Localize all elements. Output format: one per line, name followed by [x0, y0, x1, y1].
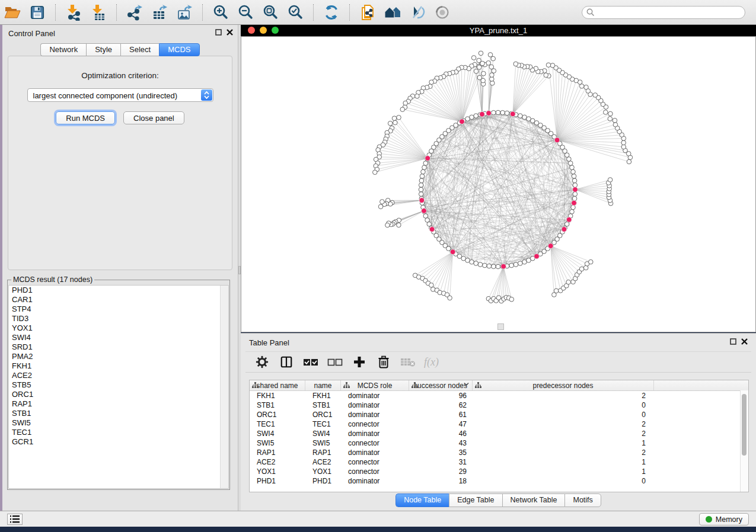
mcds-node-item[interactable]: SWI4 [9, 333, 228, 342]
table-row[interactable]: SWI5SWI5connector431 [250, 438, 748, 448]
mcds-node-item[interactable]: ORC1 [9, 390, 228, 399]
apply-function-button[interactable]: f(x) [424, 356, 439, 368]
column-header-successor-nodes[interactable]: successor nodes [409, 380, 473, 390]
zoom-selected-button[interactable] [285, 3, 305, 22]
search-input[interactable] [582, 6, 745, 19]
tab-motifs[interactable]: Motifs [564, 493, 601, 507]
export-image-button[interactable] [174, 3, 194, 22]
cell-shared-name: FKH1 [250, 391, 305, 400]
tab-edge-table[interactable]: Edge Table [449, 493, 502, 507]
import-table-button[interactable] [88, 3, 109, 22]
cell-shared-name: ORC1 [250, 410, 305, 419]
run-mcds-button[interactable]: Run MCDS [56, 111, 115, 124]
mcds-node-item[interactable]: PMA2 [9, 352, 228, 361]
table-row[interactable]: RAP1RAP1dominator352 [250, 448, 748, 457]
refresh-button[interactable] [321, 3, 342, 22]
table-scrollbar-thumb[interactable] [742, 394, 747, 456]
cell-name: SWI4 [305, 429, 341, 438]
eye-button-disabled[interactable] [432, 3, 452, 22]
task-history-button[interactable] [7, 514, 23, 525]
delete-column-button[interactable] [375, 354, 392, 370]
cell-successor-nodes: 29 [409, 467, 473, 476]
tab-style[interactable]: Style [86, 43, 120, 56]
cell-mcds-role: connector [341, 438, 409, 448]
mcds-node-item[interactable]: TID3 [9, 314, 228, 323]
deselect-all-columns-button[interactable] [327, 354, 343, 370]
close-panel-button[interactable]: Close panel [123, 111, 184, 124]
close-panel-icon[interactable] [227, 29, 233, 36]
mcds-node-item[interactable]: FKH1 [9, 361, 228, 371]
column-header-MCDS-role[interactable]: MCDS role [341, 380, 409, 390]
table-row[interactable]: YOX1YOX1connector291 [250, 467, 748, 476]
table-row[interactable]: STB1STB1dominator620 [250, 400, 748, 410]
zoom-out-button[interactable] [235, 3, 256, 22]
tab-network[interactable]: Network [40, 43, 86, 56]
column-header-predecessor-nodes[interactable]: predecessor nodes [473, 380, 654, 390]
list-scrollbar[interactable] [220, 286, 228, 488]
table-row[interactable]: FKH1FKH1dominator962 [250, 391, 748, 400]
table-row[interactable]: ACE2ACE2connector311 [250, 457, 748, 467]
cell-mcds-role: dominator [341, 400, 409, 410]
tab-network-table[interactable]: Network Table [502, 493, 565, 507]
network-canvas[interactable] [241, 36, 756, 332]
table-body: FKH1FKH1dominator962STB1STB1dominator620… [250, 391, 748, 486]
cell-name: YOX1 [305, 467, 341, 476]
mcds-node-item[interactable]: SWI5 [9, 418, 228, 428]
tab-select[interactable]: Select [120, 43, 159, 56]
mcds-node-item[interactable]: RAP1 [9, 399, 228, 409]
table-panel-title: Table Panel [249, 338, 289, 347]
mcds-node-item[interactable]: YOX1 [9, 323, 228, 333]
zoom-fit-button[interactable] [260, 3, 280, 22]
mcds-node-item[interactable]: STP4 [9, 305, 228, 314]
mcds-node-item[interactable]: ACE2 [9, 371, 228, 380]
table-row[interactable]: SWI4SWI4dominator462 [250, 429, 748, 438]
delete-table-button-disabled[interactable] [400, 354, 416, 370]
close-panel-icon[interactable] [741, 338, 748, 345]
cell-predecessor-nodes: 1 [473, 467, 654, 476]
mcds-node-item[interactable]: CAR1 [9, 295, 228, 305]
column-header-shared-name[interactable]: shared name [250, 380, 305, 390]
mcds-node-item[interactable]: GCR1 [9, 437, 228, 447]
select-all-columns-button[interactable] [302, 354, 319, 370]
graphics-details-icon [409, 5, 426, 20]
mcds-node-item[interactable]: STB5 [9, 380, 228, 390]
criterion-dropdown[interactable]: largest connected component (undirected) [27, 88, 213, 102]
mcds-node-item[interactable]: PHD1 [9, 286, 228, 295]
table-settings-button[interactable] [254, 354, 270, 370]
control-panel-title: Control Panel [8, 29, 55, 38]
export-table-button[interactable] [149, 3, 170, 22]
clone-network-button[interactable] [358, 3, 378, 22]
mcds-node-item[interactable]: TEC1 [9, 428, 228, 437]
save-session-button[interactable] [27, 3, 47, 22]
mcds-tab-content: Optimization criterion: largest connecte… [8, 56, 232, 270]
split-columns-button[interactable] [278, 354, 295, 370]
cell-shared-name: SWI5 [250, 438, 305, 448]
attribute-type-icon [343, 382, 350, 389]
graphics-details-button[interactable] [407, 3, 428, 22]
mcds-node-item[interactable]: STB1 [9, 409, 228, 418]
memory-button[interactable]: Memory [699, 513, 749, 525]
zoom-in-button[interactable] [210, 3, 231, 22]
cell-successor-nodes: 35 [409, 448, 473, 457]
table-row[interactable]: TEC1TEC1connector472 [250, 419, 748, 429]
mcds-node-item[interactable]: SRD1 [9, 342, 228, 352]
table-scrollbar[interactable] [740, 390, 748, 492]
float-panel-icon[interactable] [215, 29, 222, 36]
refresh-icon [324, 5, 339, 20]
open-file-button[interactable] [2, 3, 23, 22]
cell-predecessor-nodes: 1 [473, 438, 654, 448]
toolbar-separator [313, 4, 314, 21]
table-row[interactable]: PHD1PHD1dominator180 [250, 476, 748, 486]
tab-node-table[interactable]: Node Table [395, 493, 449, 507]
export-network-button[interactable] [125, 3, 145, 22]
table-row[interactable]: ORC1ORC1dominator610 [250, 410, 748, 419]
float-panel-icon[interactable] [730, 338, 736, 345]
add-column-button[interactable] [351, 354, 368, 370]
column-header-name[interactable]: name [305, 380, 341, 390]
toolbar-separator [202, 4, 203, 21]
navigator-home-button[interactable] [382, 3, 403, 22]
canvas-scroll-handle[interactable] [497, 323, 504, 330]
tab-mcds[interactable]: MCDS [159, 43, 199, 56]
import-network-button[interactable] [63, 3, 84, 22]
network-titlebar[interactable]: YPA_prune.txt_1 [241, 24, 756, 36]
